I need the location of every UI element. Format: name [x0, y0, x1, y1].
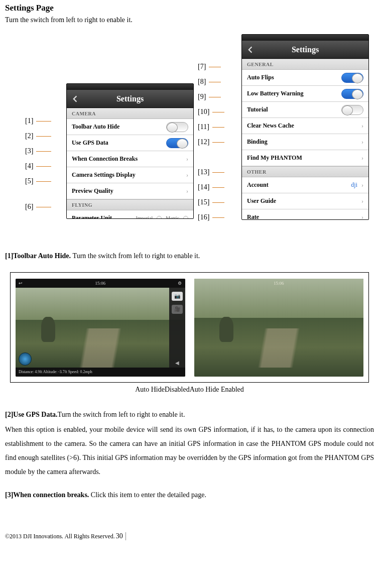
back-arrow-icon[interactable]: ↩: [19, 281, 23, 286]
callout-13: [13]: [198, 168, 224, 176]
back-icon[interactable]: [246, 45, 256, 55]
row-label: Low Battery Warning: [247, 90, 303, 97]
row-label: Find My PHANTOM: [247, 154, 302, 162]
row-value: dji: [351, 181, 357, 189]
settings-row[interactable]: User Guide›: [242, 193, 368, 209]
desc-1: [1]Toolbar Auto Hide. Turn the switch fr…: [5, 249, 374, 263]
row-label: Use GPS Data: [72, 139, 108, 147]
settings-screenshot-left: Settings CAMERA Toolbar Auto HideUse GPS…: [66, 83, 194, 219]
settings-row[interactable]: Auto Flips: [242, 70, 368, 86]
chevron-right-icon: ›: [361, 154, 363, 162]
row-label: Account: [247, 181, 269, 189]
callout-10: [10]: [198, 108, 224, 116]
intro-text: Turn the switch from left to right to en…: [5, 16, 374, 24]
toggle-switch[interactable]: [341, 105, 363, 115]
toggle-switch[interactable]: [341, 89, 363, 99]
row-label: User Guide: [247, 197, 276, 205]
chevron-right-icon: ›: [361, 138, 363, 146]
callout-11: [11]: [198, 123, 224, 131]
callout-7: [7]: [198, 63, 221, 71]
callout-15: [15]: [198, 198, 224, 206]
callout-5: [5]: [25, 177, 51, 185]
chevron-right-icon: ›: [361, 213, 363, 220]
row-label: Toolbar Auto Hide: [72, 123, 119, 131]
section-flying: FLYING: [67, 199, 193, 210]
settings-row[interactable]: Low Battery Warning: [242, 86, 368, 102]
settings-row[interactable]: Binding›: [242, 134, 368, 150]
desc-3: [3]When connection breaks. Click this it…: [5, 488, 374, 502]
settings-row[interactable]: Find My PHANTOM›: [242, 150, 368, 166]
section-camera: CAMERA: [67, 108, 193, 119]
callout-6: [6]: [25, 203, 51, 211]
row-label: When Connection Breaks: [72, 155, 138, 163]
section-other: OTHER: [242, 166, 368, 177]
settings-row[interactable]: When Connection Breaks›: [67, 151, 193, 167]
settings-title: Settings: [116, 94, 144, 103]
toggle-switch[interactable]: [166, 138, 188, 148]
row-label: Preview Quality: [72, 187, 113, 195]
settings-row[interactable]: Rate›: [242, 209, 368, 220]
telemetry-text: Distance: 4.9ft Altitude: -3.7ft Speed: …: [19, 370, 92, 374]
desc-2-lead: [2]Use GPS Data.Turn the switch from lef…: [5, 408, 374, 422]
callout-14: [14]: [198, 183, 224, 191]
video-mode-icon[interactable]: 🎥: [172, 305, 183, 314]
back-icon[interactable]: [71, 94, 81, 104]
chevron-right-icon: ›: [186, 187, 188, 195]
figure-area: [1][2][3][4][5][6] [7][8][9][10][11][12]…: [5, 33, 374, 234]
gear-icon[interactable]: ⚙: [178, 281, 182, 286]
settings-row[interactable]: Toolbar Auto Hide: [67, 119, 193, 135]
chevron-right-icon: ›: [361, 197, 363, 205]
row-label: Tutorial: [247, 106, 268, 113]
section-general: GENERAL: [242, 59, 368, 70]
settings-row[interactable]: Camera Settings Display›: [67, 167, 193, 183]
settings-screenshot-right: Settings GENERAL Auto FlipsLow Battery W…: [241, 34, 369, 220]
toggle-switch[interactable]: [166, 122, 188, 132]
preview-auto-hide-enabled: 15:06: [194, 279, 364, 377]
settings-row[interactable]: Accountdji›: [242, 177, 368, 193]
compass-icon: [19, 352, 32, 366]
chevron-right-icon: ›: [361, 122, 363, 130]
settings-row[interactable]: Clear News Cache›: [242, 118, 368, 134]
settings-title: Settings: [292, 45, 319, 54]
callout-1: [1]: [25, 117, 51, 125]
time-overlay: 15:06: [274, 281, 284, 286]
chevron-right-icon: ›: [186, 171, 188, 179]
row-label: Rate: [247, 213, 259, 220]
callout-2: [2]: [25, 132, 51, 140]
row-label: Auto Flips: [247, 74, 274, 81]
photo-mode-icon[interactable]: 📷: [172, 292, 183, 301]
settings-row[interactable]: Tutorial: [242, 102, 368, 118]
page-title: Settings Page: [5, 3, 374, 13]
settings-row[interactable]: Parameter UnitImperialMetric: [67, 210, 193, 219]
comparison-caption: Auto HideDisabledAuto Hide Enabled: [5, 386, 374, 394]
row-label: Parameter Unit: [72, 214, 112, 219]
row-label: Binding: [247, 138, 268, 146]
callout-8: [8]: [198, 78, 221, 86]
segmented-control[interactable]: ImperialMetric: [136, 215, 188, 219]
settings-row[interactable]: Use GPS Data: [67, 135, 193, 151]
callout-16: [16]: [198, 213, 224, 221]
preview-auto-hide-disabled: ↩15:06⚙ 📷 🎥 ◀ Distance: 4.9ft Altitude: …: [16, 279, 185, 377]
page-footer: ©2013 DJI Innovations. All Rights Reserv…: [5, 532, 374, 540]
desc-2-body: When this option is enabled, your mobile…: [5, 423, 374, 479]
settings-row[interactable]: Preview Quality›: [67, 183, 193, 199]
callout-3: [3]: [25, 147, 51, 155]
callout-9: [9]: [198, 93, 221, 101]
collapse-icon[interactable]: ◀: [175, 360, 179, 366]
row-label: Clear News Cache: [247, 122, 294, 130]
toggle-switch[interactable]: [341, 73, 363, 83]
camera-side-toolbar: 📷 🎥 ◀: [169, 288, 185, 368]
camera-preview-comparison: ↩15:06⚙ 📷 🎥 ◀ Distance: 4.9ft Altitude: …: [10, 272, 369, 383]
chevron-right-icon: ›: [361, 181, 363, 189]
row-label: Camera Settings Display: [72, 171, 136, 179]
callout-12: [12]: [198, 138, 224, 146]
chevron-right-icon: ›: [186, 155, 188, 163]
callout-4: [4]: [25, 162, 51, 170]
